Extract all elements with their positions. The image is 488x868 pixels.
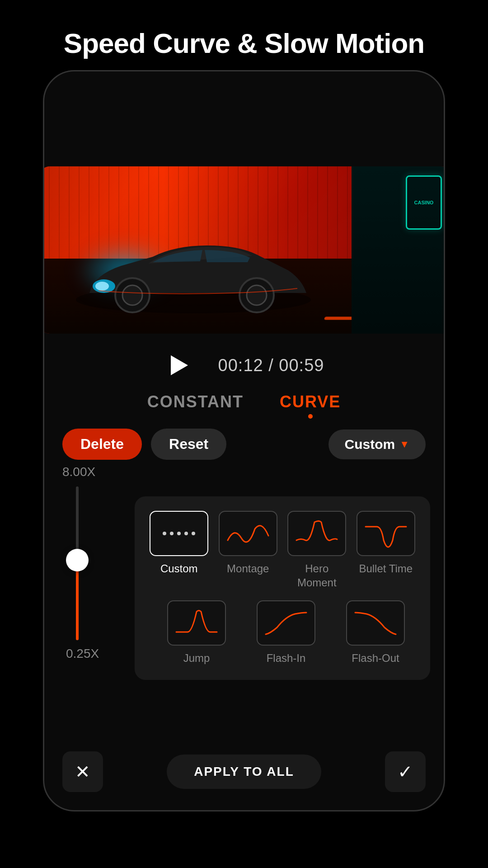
curve-item-flash-in[interactable]: Flash-In xyxy=(246,600,326,665)
play-icon xyxy=(171,355,188,375)
delete-button[interactable]: Delete xyxy=(62,429,142,460)
cancel-icon: ✕ xyxy=(75,761,90,782)
curve-grid-row2: Jump Flash-In Flash-Out xyxy=(149,600,416,665)
reset-button[interactable]: Reset xyxy=(151,429,226,460)
bullet-time-curve-icon xyxy=(363,518,408,549)
slider-track[interactable] xyxy=(76,486,79,640)
curve-label-montage: Montage xyxy=(227,561,269,576)
flash-in-curve-icon xyxy=(263,607,309,639)
montage-curve-icon xyxy=(225,518,271,549)
speed-max-label: 8.00X xyxy=(62,465,108,479)
speed-min-label: 0.25X xyxy=(66,646,108,661)
curve-label-bullet-time: Bullet Time xyxy=(359,561,413,576)
curve-item-hero-moment[interactable]: Hero Moment xyxy=(287,511,347,590)
curve-box-jump xyxy=(167,600,226,646)
curve-dropdown-panel: Custom Montage Hero Moment xyxy=(135,496,430,680)
playback-controls: 00:12 / 00:59 xyxy=(44,352,444,379)
curve-item-flash-out[interactable]: Flash-Out xyxy=(335,600,416,665)
custom-dots-icon xyxy=(163,532,195,535)
curve-item-jump[interactable]: Jump xyxy=(156,600,237,665)
apply-to-all-button[interactable]: APPLY TO ALL xyxy=(167,755,321,789)
curve-box-flash-out xyxy=(346,600,405,646)
curve-label-jump: Jump xyxy=(183,651,210,665)
tab-constant[interactable]: CONSTANT xyxy=(147,392,244,415)
curve-box-bullet-time xyxy=(357,511,415,556)
curve-item-montage[interactable]: Montage xyxy=(218,511,278,590)
page-title: Speed Curve & Slow Motion xyxy=(0,0,488,59)
phone-frame: CASINO xyxy=(43,70,445,811)
curve-item-custom[interactable]: Custom xyxy=(149,511,209,590)
cancel-button[interactable]: ✕ xyxy=(62,751,103,792)
curve-label-hero-moment: Hero Moment xyxy=(287,561,347,590)
curve-grid-row1: Custom Montage Hero Moment xyxy=(149,511,416,590)
flash-out-curve-icon xyxy=(353,607,398,639)
slider-thumb[interactable] xyxy=(66,549,89,571)
dropdown-arrow-icon: ▼ xyxy=(399,439,409,450)
action-row: Delete Reset Custom ▼ xyxy=(62,429,426,460)
curve-box-custom xyxy=(150,511,208,556)
custom-dropdown-button[interactable]: Custom ▼ xyxy=(328,429,426,459)
car-silhouette xyxy=(62,221,324,320)
curve-label-flash-out: Flash-Out xyxy=(352,651,399,665)
svg-point-6 xyxy=(95,282,109,291)
neon-sign: CASINO xyxy=(406,175,442,230)
tab-curve[interactable]: CURVE xyxy=(280,392,341,415)
curve-box-montage xyxy=(219,511,277,556)
time-display: 00:12 / 00:59 xyxy=(218,356,324,375)
curve-item-bullet-time[interactable]: Bullet Time xyxy=(356,511,416,590)
speed-slider-area: 8.00X 0.25X xyxy=(62,465,108,661)
svg-point-2 xyxy=(122,285,142,305)
video-preview: CASINO xyxy=(43,166,445,334)
bottom-bar: ✕ APPLY TO ALL ✓ xyxy=(62,751,426,792)
curve-label-flash-in: Flash-In xyxy=(267,651,306,665)
play-button[interactable] xyxy=(164,352,191,379)
svg-point-4 xyxy=(247,285,267,305)
curve-label-custom: Custom xyxy=(160,561,198,576)
curve-box-flash-in xyxy=(257,600,315,646)
tab-bar: CONSTANT CURVE xyxy=(44,392,444,415)
jump-curve-icon xyxy=(174,607,219,639)
curve-box-hero-moment xyxy=(287,511,346,556)
confirm-icon: ✓ xyxy=(398,761,413,782)
hero-moment-curve-icon xyxy=(294,518,339,549)
confirm-button[interactable]: ✓ xyxy=(385,751,426,792)
